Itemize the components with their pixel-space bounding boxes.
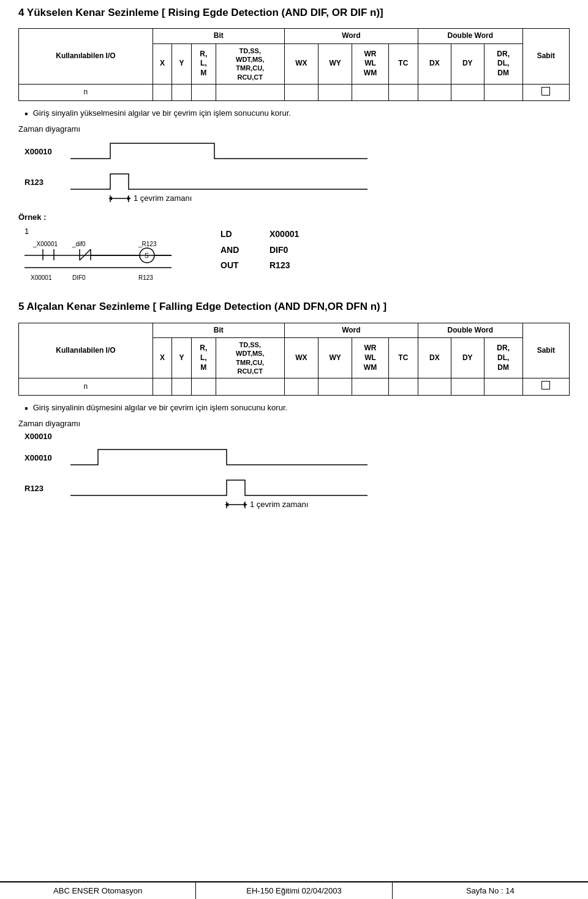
footer: ABC ENSER Otomasyon EH-150 Eğitimi 02/04… <box>0 881 588 899</box>
row-n-2: n <box>19 378 570 396</box>
dword-header: Double Word <box>418 29 522 44</box>
signal-x00010-2-label: X00010 <box>24 432 570 441</box>
svg-text:1 çevrim zamanı: 1 çevrim zamanı <box>134 194 192 203</box>
svg-text:X00001: X00001 <box>31 274 52 281</box>
svg-text:_X00001: _X00001 <box>32 241 58 247</box>
instruction-table-1: Kullanılabilen I/O Bit Word Double Word … <box>18 28 570 101</box>
instruction-table-2: Kullanılabilen I/O Bit Word Double Word … <box>18 323 570 396</box>
col-dx-2: DX <box>418 338 451 378</box>
svg-text:R123: R123 <box>24 484 43 493</box>
col-dr: DR, DL, DM <box>484 43 522 84</box>
svg-text:X00010: X00010 <box>24 147 52 156</box>
col-y: Y <box>172 43 191 84</box>
ornek-title: Örnek : <box>18 213 47 222</box>
timing-diagram-2: X00010 R123 1 çevrim zamanı <box>24 443 380 511</box>
svg-text:_dif0: _dif0 <box>72 241 86 247</box>
svg-text:1 çevrim zamanı: 1 çevrim zamanı <box>250 500 308 509</box>
col-td-2: TD,SS, WDT,MS, TMR,CU, RCU,CT <box>216 338 284 378</box>
col-td: TD,SS, WDT,MS, TMR,CU, RCU,CT <box>216 43 284 84</box>
footer-middle: EH-150 Eğitimi 02/04/2003 <box>196 882 392 899</box>
word-header-2: Word <box>284 323 418 338</box>
svg-line-15 <box>80 249 91 260</box>
bit-header-2: Bit <box>153 323 284 338</box>
svg-text:_R123: _R123 <box>138 241 157 247</box>
bullet-text-2: Giriş sinyalinin düşmesini algılar ve bi… <box>24 403 570 414</box>
col-dy: DY <box>451 43 484 84</box>
timing-diagram-1: X00010 R123 1 çevrim zamanı <box>24 137 380 205</box>
col-wx: WX <box>284 43 318 84</box>
svg-text:DIF0: DIF0 <box>72 274 86 281</box>
col-wr-2: WR WL WM <box>352 338 388 378</box>
example-container-1: 1 _X00001 _dif0 <box>18 227 570 288</box>
col-rlm-2: R, L, M <box>191 338 216 378</box>
section5-title: 5 Alçalan Kenar Sezinleme [ Falling Edge… <box>18 300 570 314</box>
col-dr-2: DR, DL, DM <box>484 338 522 378</box>
svg-text:R123: R123 <box>24 178 43 187</box>
svg-text:X00010: X00010 <box>24 453 52 462</box>
ornek-number: 1 <box>24 227 29 236</box>
col-wy-2: WY <box>318 338 352 378</box>
col-rlm: R, L, M <box>191 43 216 84</box>
row-n: n <box>19 84 570 101</box>
col-wy: WY <box>318 43 352 84</box>
ladder-diagram-1: _X00001 _dif0 S _R123 X <box>24 237 196 286</box>
footer-left: ABC ENSER Otomasyon <box>0 882 196 899</box>
col-x: X <box>153 43 172 84</box>
kullanil-header-2: Kullanılabilen I/O <box>19 323 153 378</box>
svg-marker-29 <box>244 503 247 506</box>
col-dx: DX <box>418 43 451 84</box>
zaman-label-1: Zaman diyagramı <box>18 124 570 134</box>
svg-marker-4 <box>127 197 131 200</box>
bit-header: Bit <box>153 29 284 44</box>
kullanil-header: Kullanılabilen I/O <box>19 29 153 85</box>
col-dy-2: DY <box>451 338 484 378</box>
col-y-2: Y <box>172 338 191 378</box>
col-tc-2: TC <box>388 338 418 378</box>
col-tc: TC <box>388 43 418 84</box>
word-header: Word <box>284 29 418 44</box>
col-wr: WR WL WM <box>352 43 388 84</box>
zaman-label-2: Zaman diyagramı <box>18 419 570 428</box>
svg-text:R123: R123 <box>138 274 153 281</box>
sabit-header-2: Sabit <box>522 323 569 378</box>
dword-header-2: Double Word <box>418 323 522 338</box>
svg-text:S: S <box>145 252 149 259</box>
bullet-text-1: Giriş sinyalin yükselmesini algılar ve b… <box>24 108 570 119</box>
footer-right: Sayfa No : 14 <box>393 882 588 899</box>
sabit-header: Sabit <box>522 29 569 85</box>
col-wx-2: WX <box>284 338 318 378</box>
instructions-list-1: LD X00001 AND DIF0 OUT R123 <box>221 227 299 273</box>
col-x-2: X <box>153 338 172 378</box>
section4-title: 4 Yükselen Kenar Sezinleme [ Rising Egde… <box>18 6 570 20</box>
